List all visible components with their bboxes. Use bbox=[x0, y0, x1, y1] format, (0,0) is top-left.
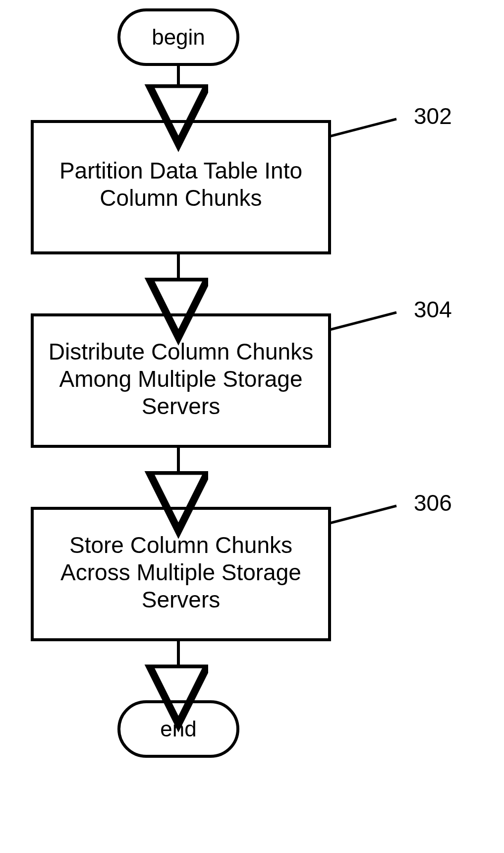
terminator-begin-label: begin bbox=[152, 25, 205, 49]
process-304-line2: Among Multiple Storage bbox=[59, 366, 303, 392]
terminator-begin: begin bbox=[119, 10, 238, 64]
process-302: Partition Data Table Into Column Chunks bbox=[32, 122, 330, 253]
process-306-line3: Servers bbox=[142, 587, 220, 612]
terminator-end: end bbox=[119, 702, 238, 756]
process-306-line2: Across Multiple Storage bbox=[60, 559, 301, 585]
process-304-line3: Servers bbox=[142, 393, 220, 419]
ref-label-302: 302 bbox=[414, 103, 452, 129]
ref-label-306: 306 bbox=[414, 490, 452, 516]
process-304: Distribute Column Chunks Among Multiple … bbox=[32, 315, 330, 446]
process-302-line2: Column Chunks bbox=[100, 185, 262, 211]
process-306: Store Column Chunks Across Multiple Stor… bbox=[32, 508, 330, 640]
process-306-line1: Store Column Chunks bbox=[69, 532, 292, 558]
flowchart-canvas: begin Partition Data Table Into Column C… bbox=[0, 0, 504, 853]
process-304-line1: Distribute Column Chunks bbox=[49, 339, 313, 365]
flowchart-svg: begin Partition Data Table Into Column C… bbox=[0, 0, 504, 853]
ref-leader-306 bbox=[330, 506, 396, 523]
terminator-end-label: end bbox=[160, 717, 196, 741]
process-302-line1: Partition Data Table Into bbox=[59, 158, 302, 183]
ref-leader-304 bbox=[330, 312, 396, 330]
ref-leader-302 bbox=[330, 119, 396, 136]
ref-label-304: 304 bbox=[414, 297, 452, 322]
